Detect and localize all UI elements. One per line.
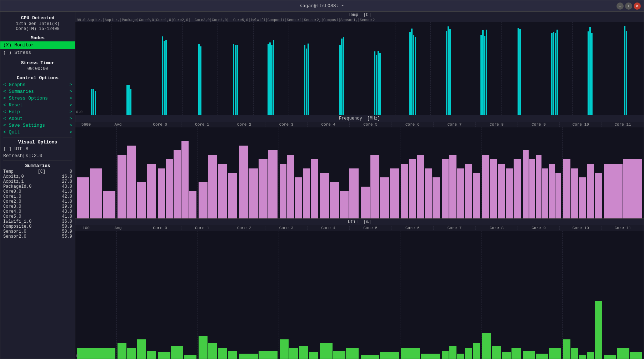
- menu-save-settings[interactable]: < Save Settings>: [0, 122, 75, 129]
- util-bar: [361, 355, 380, 359]
- summary-list: Acpitz,016.8Acpitz,127.8PackageId,043.0C…: [0, 174, 75, 239]
- freq-bar: [536, 155, 541, 219]
- util-bar: [218, 348, 227, 359]
- util-bar: [127, 348, 136, 359]
- freq-bar: [571, 168, 578, 218]
- freq-bars-container: [75, 127, 644, 218]
- minimize-button[interactable]: −: [616, 2, 624, 10]
- freq-bar: [380, 177, 389, 218]
- temp-bar: [306, 49, 307, 115]
- mode-stress[interactable]: ( ) Stress: [0, 49, 75, 56]
- freq-bar-group: [116, 127, 157, 218]
- util-bar: [299, 346, 308, 359]
- visual-options-label: Visual Options: [18, 138, 57, 146]
- freq-bar: [268, 150, 277, 218]
- temp-bar-group: [253, 22, 288, 115]
- util-bar-group: [522, 231, 562, 359]
- content-area: CPU Detected 12th Gen Intel(R) Core(TM) …: [0, 12, 644, 359]
- temp-bar-group: [466, 22, 501, 115]
- freq-bar: [523, 150, 529, 218]
- summary-header-unit: [C]: [38, 169, 46, 174]
- temp-bar: [518, 28, 519, 115]
- summary-row: Core0,041.0: [0, 189, 75, 194]
- menu-stress-options[interactable]: < Stress Options>: [0, 95, 75, 102]
- freq-bar: [482, 155, 489, 219]
- menu-reset[interactable]: < Reset>: [0, 102, 75, 108]
- util-bar: [482, 333, 491, 359]
- temp-bar: [304, 45, 305, 115]
- window-controls: − + ✕: [616, 2, 641, 10]
- freq-bar: [490, 159, 497, 218]
- temp-chart-title: Temp [C]: [75, 12, 644, 18]
- freq-bar-group: [481, 127, 521, 218]
- temp-bar: [128, 85, 130, 115]
- utf8-option[interactable]: [ ] UTF-8: [0, 146, 75, 152]
- freq-bar: [287, 155, 294, 219]
- util-bar: [563, 339, 570, 359]
- temp-bar: [376, 55, 377, 115]
- util-bar-group: [116, 231, 157, 359]
- temp-bar: [236, 45, 238, 115]
- freq-bar-group: [279, 127, 319, 218]
- freq-bar: [409, 159, 416, 218]
- util-bar: [118, 343, 126, 359]
- temp-bar: [162, 36, 163, 115]
- temp-bar: [341, 39, 343, 115]
- freq-bar: [228, 173, 237, 219]
- freq-bar: [280, 164, 287, 218]
- freq-bar: [442, 159, 449, 218]
- util-bar-group: [157, 231, 197, 359]
- temp-bar: [269, 42, 271, 115]
- temp-bar: [374, 51, 375, 115]
- temp-bar-group: [572, 22, 607, 115]
- freq-bar: [90, 168, 103, 218]
- temp-bar: [268, 44, 269, 115]
- menu-help[interactable]: < Help>: [0, 108, 75, 115]
- freq-bar: [563, 159, 570, 218]
- mode-monitor[interactable]: (X) Monitor: [0, 41, 75, 49]
- util-bar: [289, 348, 298, 359]
- modes-label: Modes: [31, 34, 45, 42]
- util-bar: [280, 339, 289, 359]
- temp-bar-group: [76, 22, 111, 115]
- summary-row: Composite,050.9: [0, 224, 75, 229]
- control-options-label: Control Options: [17, 74, 59, 82]
- freq-bar: [425, 168, 432, 218]
- freq-bar: [77, 177, 89, 218]
- freq-bar: [189, 191, 196, 219]
- freq-bar: [604, 164, 623, 218]
- titlebar: sagar@itsFOSS: ~ − + ✕: [0, 0, 644, 12]
- temp-bar: [446, 31, 447, 115]
- cpu-detected-label: CPU Detected: [21, 14, 55, 22]
- window-title: sagar@itsFOSS: ~: [300, 3, 344, 9]
- maximize-button[interactable]: +: [625, 2, 632, 10]
- util-bar-group: [238, 231, 278, 359]
- temp-bar: [273, 40, 274, 115]
- freq-bar: [320, 173, 329, 219]
- temp-bar-group: [360, 22, 395, 115]
- util-bar-group: [360, 231, 400, 359]
- temp-bar: [165, 40, 167, 115]
- menu-summaries[interactable]: < Summaries>: [0, 88, 75, 95]
- util-bar: [571, 348, 578, 359]
- temp-bar-group: [147, 22, 182, 115]
- util-bar: [158, 352, 170, 359]
- temp-bar: [556, 30, 558, 115]
- util-bar: [523, 351, 535, 359]
- temp-y-bottom: 0.0: [76, 110, 83, 114]
- freq-bar: [199, 182, 208, 218]
- temp-bar: [449, 29, 451, 115]
- freq-bar: [295, 177, 302, 218]
- temp-bar: [448, 26, 449, 115]
- util-bar: [346, 348, 359, 359]
- menu-quit[interactable]: < Quit>: [0, 129, 75, 136]
- util-bar: [333, 351, 346, 359]
- menu-about[interactable]: < About>: [0, 115, 75, 122]
- temp-bar: [91, 89, 93, 115]
- util-bar-group: [441, 231, 481, 359]
- close-button[interactable]: ✕: [634, 2, 641, 10]
- temp-bar: [413, 35, 414, 115]
- summary-row: Acpitz,127.8: [0, 179, 75, 184]
- freq-bar: [465, 164, 472, 218]
- menu-graphs[interactable]: < Graphs>: [0, 81, 75, 88]
